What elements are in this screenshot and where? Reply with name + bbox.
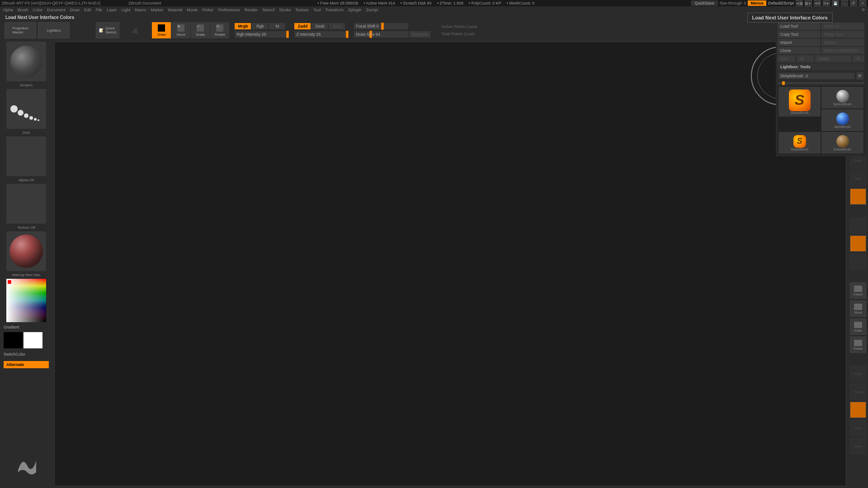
minimize-icon[interactable]: — [841,0,848,6]
import-button[interactable]: Import [778,39,821,46]
menu-transform[interactable]: Transform [325,8,344,12]
projection-master-button[interactable]: Projection Master [5,22,36,38]
local-button[interactable] [850,188,866,205]
menu-stencil[interactable]: Stencil [262,8,274,12]
lsym-button[interactable] [850,217,866,234]
rgb-intensity-slider[interactable]: Rgb Intensity 25 [235,31,289,38]
see-through-label[interactable]: See-through [720,1,742,5]
edit-flag-icon[interactable] [132,26,140,34]
solo-button[interactable]: Solo [850,420,866,436]
layout-next-icon[interactable]: ⊞► [823,0,830,6]
m-button[interactable]: M [269,23,285,29]
menu-stroke[interactable]: Stroke [279,8,291,12]
save-as-button[interactable]: Save As [821,23,864,30]
layout-prev-icon[interactable]: ◄⊞ [814,0,821,6]
menu-brush[interactable]: Brush [18,8,28,12]
primary-color-swatch[interactable] [24,332,42,348]
menu-alpha[interactable]: Alpha [3,8,13,12]
menu-zscript[interactable]: Zscript [366,8,378,12]
menu-edit[interactable]: Edit [84,8,91,12]
tool-eraserbrush[interactable]: EraserBrush [821,132,863,154]
tool-spherebrush[interactable]: SphereBrush [821,87,863,108]
dynamic-button[interactable]: Dynamic [409,31,430,38]
mrgb-button[interactable]: Mrgb [235,23,251,29]
goz-button[interactable]: GoZ [778,55,796,62]
close-icon[interactable]: ✕ [859,0,866,6]
save-ui-icon[interactable]: 💾 [832,0,839,6]
tool-slider[interactable] [778,82,864,84]
clone-button[interactable]: Clone [778,47,821,54]
quicksketch-button[interactable]: 📝Quick Sketch [96,22,119,38]
material-preview[interactable] [6,231,46,271]
menu-macro[interactable]: Macro [135,8,146,12]
restore-icon[interactable]: 🗗 [850,0,857,6]
default-script-button[interactable]: DefaultZScript [768,1,794,5]
menus-button[interactable]: Menus [748,0,766,6]
goz-visible-button[interactable]: Visible [815,55,852,62]
ghost-button[interactable] [850,402,866,418]
goz-all-button[interactable]: All [797,55,815,62]
color-picker[interactable] [6,279,46,322]
quicksave-button[interactable]: QuickSave [691,0,718,6]
menu-marker[interactable]: Marker [151,8,163,12]
polyf-button[interactable]: PolyF [850,366,866,382]
rotate-button[interactable]: Rotate [850,337,866,353]
focal-shift-slider[interactable]: Focal Shift 0 [354,23,408,29]
menu-texture[interactable]: Texture [295,8,309,12]
tool-r-button[interactable]: R [856,72,863,80]
menu-movie[interactable]: Movie [187,8,198,12]
move-button[interactable]: Move [850,300,866,317]
next-ui-icon[interactable]: ▦► [805,0,812,6]
brush-preview[interactable] [6,42,46,81]
menu-draw[interactable]: Draw [70,8,80,12]
menu-material[interactable]: Material [168,8,182,12]
zsub-button[interactable]: Zsub [311,23,328,29]
tool-name-input[interactable] [778,73,854,79]
transp-button[interactable]: Transp [850,384,866,400]
menu-layer[interactable]: Layer [107,8,117,12]
zcut-button[interactable]: Zcut [329,23,345,29]
menu-file[interactable]: File [96,8,103,12]
move-mode-button[interactable]: ✥Move [171,22,190,38]
floor-button[interactable]: Floor [850,170,866,187]
menu-light[interactable]: Light [122,8,131,12]
menu-color[interactable]: Color [33,8,43,12]
menu-render[interactable]: Render [245,8,258,12]
menu-document[interactable]: Document [47,8,66,12]
draw-mode-button[interactable]: ✦Draw [152,22,171,38]
menu-preferences[interactable]: Preferences [218,8,240,12]
frame-button[interactable]: Frame [850,282,866,299]
xyz-button[interactable] [850,235,866,252]
make-polymesh-button[interactable]: Make PolyMesh3D [821,47,864,54]
tool-simplebrush2[interactable]: S SimpleBrush [778,132,821,154]
copy-tool-button[interactable]: Copy Tool [778,31,821,38]
xpose-button[interactable]: Xpose [850,438,866,454]
load-tool-button[interactable]: Load Tool [778,23,821,30]
scale-button[interactable]: Scale [850,319,866,335]
zadd-button[interactable]: Zadd [294,23,311,29]
stroke-preview[interactable] [6,89,46,129]
alpha-preview[interactable] [6,136,46,176]
alternate-button[interactable]: Alternate [4,361,49,368]
gradient-button[interactable]: Gradient [2,324,51,330]
export-button[interactable]: Export [821,39,864,46]
tool-simplebrush[interactable]: S SimpleBrush [778,87,821,117]
canvas[interactable] [54,42,846,486]
z-intensity-slider[interactable]: Z Intensity 25 [294,31,349,38]
refresh-icon[interactable]: ⟳ [862,8,865,12]
menu-picker[interactable]: Picker [202,8,213,12]
lightbox-button[interactable]: LightBox [38,22,70,38]
rotate-mode-button[interactable]: ⟲Rotate [210,22,229,38]
rgb-button[interactable]: Rgb [252,23,268,29]
draw-size-slider[interactable]: Draw Size 64 [354,31,408,38]
lightbox-tools-header[interactable]: Lightbox: Tools [778,63,864,70]
switch-color-button[interactable]: SwitchColor [2,350,51,358]
tool-alphabrush[interactable]: AlphaBrush [821,109,863,131]
menu-tool[interactable]: Tool [313,8,321,12]
opt-button[interactable] [850,253,866,270]
texture-preview[interactable] [6,184,46,224]
scale-mode-button[interactable]: ⤢Scale [191,22,210,38]
paste-tool-button[interactable]: Paste Tool [821,31,864,38]
prev-ui-icon[interactable]: ◄▦ [796,0,803,6]
secondary-color-swatch[interactable] [4,332,23,348]
